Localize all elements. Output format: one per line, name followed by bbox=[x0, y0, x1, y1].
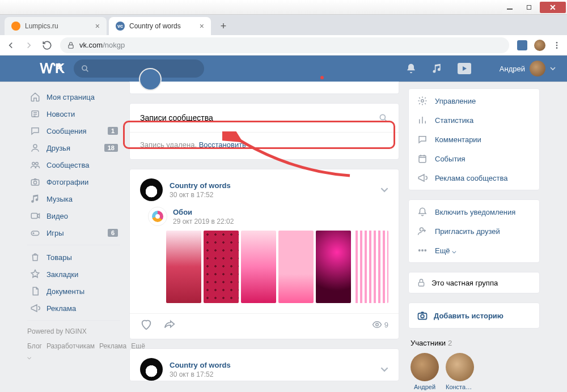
address-bar[interactable]: vk.com/nokgp bbox=[60, 37, 509, 53]
nav-item-photo[interactable]: Фотографии bbox=[27, 173, 120, 190]
nav-item-ads[interactable]: Реклама bbox=[27, 300, 120, 317]
share-button[interactable] bbox=[163, 318, 176, 331]
nav-badge: 18 bbox=[104, 144, 118, 152]
post-author-avatar[interactable] bbox=[140, 358, 163, 381]
more-icon bbox=[417, 245, 428, 255]
reload-button[interactable] bbox=[42, 40, 52, 50]
post-menu-icon[interactable] bbox=[380, 186, 388, 194]
footer-link[interactable]: Блог bbox=[27, 342, 42, 350]
admin-menu: УправлениеСтатистикаКомментарииСобытияРе… bbox=[408, 88, 540, 190]
nav-item-bookmark[interactable]: Закладки bbox=[27, 266, 120, 283]
footer-link[interactable]: Реклама bbox=[99, 342, 126, 350]
nav-item-music[interactable]: Музыка bbox=[27, 190, 120, 207]
window-maximize-button[interactable] bbox=[521, 2, 538, 13]
svg-point-25 bbox=[421, 314, 424, 318]
browser-menu-button[interactable] bbox=[552, 41, 561, 50]
member-name: Константин bbox=[446, 384, 474, 390]
svg-point-3 bbox=[556, 47, 558, 49]
groups-icon bbox=[29, 160, 41, 170]
news-icon bbox=[29, 109, 41, 119]
red-dot-icon bbox=[320, 76, 324, 79]
svg-point-6 bbox=[82, 66, 87, 70]
nav-item-doc[interactable]: Документы bbox=[27, 283, 120, 300]
tab-title: Lumpics.ru bbox=[25, 22, 58, 30]
back-button[interactable] bbox=[6, 40, 16, 50]
vk-search-input[interactable] bbox=[74, 59, 204, 78]
nav-item-video[interactable]: Видео bbox=[27, 207, 120, 224]
repost-avatar[interactable] bbox=[148, 207, 167, 226]
gallery-image[interactable] bbox=[241, 231, 276, 303]
svg-rect-0 bbox=[69, 45, 73, 48]
invite-icon bbox=[417, 226, 428, 236]
members-header[interactable]: Участники2 bbox=[408, 338, 540, 353]
svg-point-20 bbox=[419, 250, 420, 251]
gallery-image[interactable] bbox=[278, 231, 314, 303]
browser-tab-lumpics[interactable]: Lumpics.ru × bbox=[5, 17, 107, 35]
member[interactable]: Константин bbox=[446, 353, 474, 390]
forward-button[interactable] bbox=[24, 40, 34, 50]
svg-point-19 bbox=[420, 228, 424, 231]
nav-item-friends[interactable]: Друзья18 bbox=[27, 139, 120, 156]
game-icon bbox=[29, 228, 41, 238]
menu-item-stats[interactable]: Статистика bbox=[409, 110, 539, 130]
menu-item-gear[interactable]: Управление bbox=[409, 91, 539, 110]
video-play-icon[interactable] bbox=[458, 63, 471, 74]
nav-item-game[interactable]: Игры6 bbox=[27, 224, 120, 241]
svg-point-8 bbox=[33, 144, 37, 148]
window-close-button[interactable]: ✕ bbox=[540, 2, 566, 13]
extension-avatar-icon[interactable] bbox=[534, 40, 545, 51]
menu-item-comment[interactable]: Комментарии bbox=[409, 130, 539, 149]
vk-logo-icon[interactable]: ⱲK bbox=[40, 61, 65, 76]
menu-item-more[interactable]: Ещё ⌵ bbox=[409, 241, 539, 260]
camera-plus-icon bbox=[417, 310, 428, 321]
music-player-icon[interactable] bbox=[431, 63, 443, 74]
main-column: Записи сообщества Запись удалена. Восста… bbox=[129, 88, 399, 392]
footer-links: БлогРазработчикамРекламаЕщё ⌵ bbox=[27, 341, 120, 363]
left-nav: Моя страницаНовостиСообщения1Друзья18Соо… bbox=[27, 88, 120, 392]
post-author-avatar[interactable] bbox=[140, 178, 163, 201]
svg-point-17 bbox=[421, 100, 424, 103]
megaphone-icon bbox=[417, 173, 428, 183]
chevron-down-icon bbox=[550, 66, 556, 71]
url-host: vk.com bbox=[79, 41, 103, 49]
member[interactable]: Андрей bbox=[411, 353, 439, 390]
menu-item-bell[interactable]: Включить уведомления bbox=[409, 202, 539, 221]
gallery-image[interactable] bbox=[353, 231, 388, 303]
home-icon bbox=[29, 92, 41, 102]
nav-item-groups[interactable]: Сообщества bbox=[27, 156, 120, 173]
calendar-icon bbox=[417, 154, 428, 164]
svg-point-16 bbox=[376, 323, 379, 326]
menu-item-megaphone[interactable]: Реклама сообщества bbox=[409, 168, 539, 188]
nav-item-home[interactable]: Моя страница bbox=[27, 88, 120, 105]
gallery-image[interactable] bbox=[316, 231, 351, 303]
footer-link[interactable]: Разработчикам bbox=[46, 342, 95, 350]
gallery-image[interactable] bbox=[166, 231, 201, 303]
nav-item-news[interactable]: Новости bbox=[27, 105, 120, 122]
notifications-icon[interactable] bbox=[405, 63, 417, 74]
nav-item-shop[interactable]: Товары bbox=[27, 249, 120, 266]
menu-item-invite[interactable]: Пригласить друзей bbox=[409, 221, 539, 241]
new-tab-button[interactable]: + bbox=[215, 18, 231, 34]
extension-icon[interactable] bbox=[517, 40, 527, 50]
wall-search-icon[interactable] bbox=[378, 113, 388, 123]
views-count: 9 bbox=[372, 319, 388, 330]
post-menu-icon[interactable] bbox=[380, 365, 388, 373]
avatar-stub bbox=[139, 68, 162, 91]
post-author-link[interactable]: Country of words bbox=[170, 181, 231, 190]
tab-close-icon[interactable]: × bbox=[200, 22, 204, 31]
powered-by: Powered by NGINX bbox=[27, 327, 120, 335]
browser-tab-vk[interactable]: vc Country of words × bbox=[109, 17, 211, 35]
window-minimize-button[interactable] bbox=[501, 2, 518, 13]
repost-author-link[interactable]: Обои bbox=[173, 208, 234, 216]
post-author-link[interactable]: Country of words bbox=[170, 361, 231, 369]
nav-item-msg[interactable]: Сообщения1 bbox=[27, 122, 120, 139]
tab-close-icon[interactable]: × bbox=[95, 22, 100, 31]
menu-item-calendar[interactable]: События bbox=[409, 149, 539, 168]
add-story-button[interactable]: Добавить историю bbox=[408, 302, 540, 329]
lock-icon bbox=[417, 278, 426, 287]
vk-user-menu[interactable]: Андрей bbox=[500, 61, 556, 76]
gallery-image[interactable] bbox=[204, 231, 239, 303]
restore-link[interactable]: Восстановить bbox=[199, 140, 246, 149]
private-group-notice: Это частная группа bbox=[408, 272, 540, 293]
like-button[interactable] bbox=[140, 318, 153, 331]
